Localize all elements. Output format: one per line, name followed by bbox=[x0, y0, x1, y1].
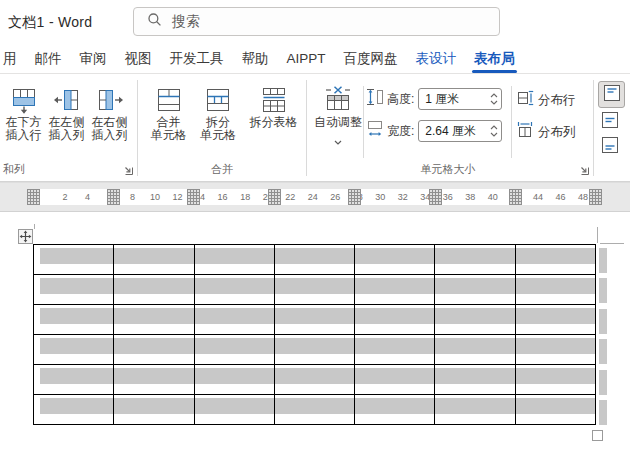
chevron-down-icon bbox=[334, 131, 342, 149]
cell-selection-highlight bbox=[516, 398, 595, 414]
end-of-row-selection-mark bbox=[599, 339, 607, 364]
cell-selection-highlight bbox=[435, 338, 514, 354]
table-cell[interactable] bbox=[275, 245, 355, 274]
tab-帮助[interactable]: 帮助 bbox=[233, 44, 278, 73]
table-column-marker-icon[interactable] bbox=[27, 189, 40, 205]
table-cell[interactable] bbox=[516, 305, 595, 334]
table-cell[interactable] bbox=[516, 335, 595, 364]
table-cell[interactable] bbox=[195, 395, 275, 424]
cell-selection-highlight bbox=[516, 248, 595, 264]
table-cell[interactable] bbox=[355, 275, 435, 304]
table-cell[interactable] bbox=[114, 365, 194, 394]
table-cell[interactable] bbox=[516, 395, 595, 424]
table-move-handle[interactable] bbox=[18, 229, 33, 244]
table-cell[interactable] bbox=[195, 335, 275, 364]
table-row bbox=[34, 305, 595, 335]
merge-group-buttons: 合并单元格拆分单元格拆分表格 bbox=[144, 84, 304, 142]
align-top-left-button[interactable] bbox=[598, 81, 625, 108]
tab-开发工具[interactable]: 开发工具 bbox=[161, 44, 233, 73]
table-cell[interactable] bbox=[516, 365, 595, 394]
tab-表布局[interactable]: 表布局 bbox=[465, 44, 524, 73]
tab-邮件[interactable]: 邮件 bbox=[26, 44, 71, 73]
table-cell[interactable] bbox=[195, 305, 275, 334]
table-cell[interactable] bbox=[516, 245, 595, 274]
tab-AIPPT[interactable]: AIPPT bbox=[278, 44, 335, 73]
tab-百度网盘[interactable]: 百度网盘 bbox=[335, 44, 407, 73]
table-cell[interactable] bbox=[34, 245, 114, 274]
table-column-marker-icon[interactable] bbox=[107, 189, 120, 205]
merge-cells-button[interactable]: 合并单元格 bbox=[144, 84, 193, 142]
ruler-number: 32 bbox=[398, 189, 408, 205]
table-cell[interactable] bbox=[114, 245, 194, 274]
table-cell[interactable] bbox=[275, 305, 355, 334]
table-cell[interactable] bbox=[435, 395, 515, 424]
table-cell[interactable] bbox=[516, 275, 595, 304]
table-cell[interactable] bbox=[355, 335, 435, 364]
table-cell[interactable] bbox=[195, 245, 275, 274]
table-cell[interactable] bbox=[275, 275, 355, 304]
align-center-left-icon bbox=[601, 111, 619, 133]
table-column-marker-icon[interactable] bbox=[268, 189, 281, 205]
table-cell[interactable] bbox=[275, 365, 355, 394]
table-cell[interactable] bbox=[435, 245, 515, 274]
table-cell[interactable] bbox=[275, 335, 355, 364]
tab-表设计[interactable]: 表设计 bbox=[407, 44, 466, 73]
table-column-marker-icon[interactable] bbox=[589, 189, 602, 205]
table-cell[interactable] bbox=[34, 365, 114, 394]
distribute-rows-button[interactable]: 分布行 bbox=[516, 89, 576, 111]
column-width-input[interactable]: 2.64 厘米 bbox=[418, 120, 502, 142]
row-height-value: 1 厘米 bbox=[419, 91, 486, 108]
insert-column-right-button[interactable]: 在右侧插入列 bbox=[88, 84, 131, 142]
table-cell[interactable] bbox=[114, 275, 194, 304]
cell-selection-highlight bbox=[40, 368, 113, 384]
column-width-stepper[interactable] bbox=[486, 121, 501, 141]
cell-selection-highlight bbox=[40, 398, 113, 414]
table-cell[interactable] bbox=[34, 335, 114, 364]
distribute-columns-icon bbox=[516, 121, 534, 143]
tab-用[interactable]: 用 bbox=[0, 44, 26, 73]
table-column-marker-icon[interactable] bbox=[509, 189, 522, 205]
table-cell[interactable] bbox=[355, 365, 435, 394]
cell-size-dialog-launcher-icon[interactable] bbox=[577, 163, 591, 177]
table-column-marker-icon[interactable] bbox=[187, 189, 200, 205]
align-bottom-left-button[interactable] bbox=[601, 136, 619, 158]
table-cell[interactable] bbox=[355, 245, 435, 274]
document-table[interactable] bbox=[33, 244, 596, 425]
table-cell[interactable] bbox=[114, 305, 194, 334]
table-cell[interactable] bbox=[195, 275, 275, 304]
table-cell[interactable] bbox=[355, 395, 435, 424]
table-cell[interactable] bbox=[435, 335, 515, 364]
split-table-button[interactable]: 拆分表格 bbox=[243, 84, 304, 129]
table-cell[interactable] bbox=[435, 305, 515, 334]
table-cell[interactable] bbox=[34, 395, 114, 424]
table-cell[interactable] bbox=[114, 335, 194, 364]
table-resize-handle[interactable] bbox=[592, 430, 603, 441]
row-height-stepper[interactable] bbox=[486, 89, 501, 109]
table-cell[interactable] bbox=[195, 365, 275, 394]
table-cell[interactable] bbox=[435, 275, 515, 304]
distribute-columns-button[interactable]: 分布列 bbox=[516, 121, 576, 143]
table-cell[interactable] bbox=[34, 275, 114, 304]
insert-column-left-button[interactable]: 在左侧插入列 bbox=[45, 84, 88, 142]
table-column-marker-icon[interactable] bbox=[348, 189, 361, 205]
rows-columns-dialog-launcher-icon[interactable] bbox=[121, 163, 135, 177]
table-cell[interactable] bbox=[114, 395, 194, 424]
table-cell[interactable] bbox=[355, 305, 435, 334]
search-input[interactable]: 搜索 bbox=[133, 7, 500, 36]
ruler-number: 2 bbox=[62, 189, 67, 205]
table-cell[interactable] bbox=[435, 365, 515, 394]
tab-审阅[interactable]: 审阅 bbox=[71, 44, 116, 73]
split-cells-icon bbox=[203, 84, 233, 116]
table-column-marker-icon[interactable] bbox=[429, 189, 442, 205]
column-width-label: 宽度: bbox=[387, 123, 414, 140]
table-cell[interactable] bbox=[34, 305, 114, 334]
ruler-number: 22 bbox=[285, 189, 295, 205]
insert-row-below-button[interactable]: 在下方插入行 bbox=[2, 84, 45, 142]
table-cell[interactable] bbox=[275, 395, 355, 424]
cell-selection-highlight bbox=[516, 308, 595, 324]
align-center-left-button[interactable] bbox=[601, 111, 619, 133]
split-cells-button[interactable]: 拆分单元格 bbox=[193, 84, 243, 142]
row-height-input[interactable]: 1 厘米 bbox=[418, 88, 502, 110]
autofit-button[interactable]: 自动调整 bbox=[311, 84, 365, 149]
tab-视图[interactable]: 视图 bbox=[116, 44, 161, 73]
